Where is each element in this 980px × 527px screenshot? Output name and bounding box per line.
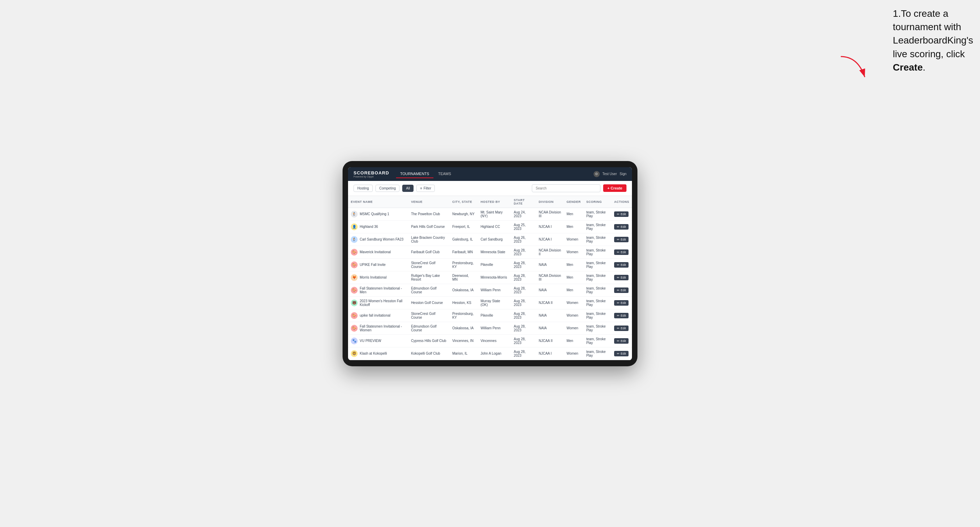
division-cell: NJCAA II (536, 335, 564, 347)
nav-tab-teams[interactable]: TEAMS (434, 170, 455, 178)
division-cell: NJCAA II (536, 297, 564, 309)
division-cell: NCAA Division II (536, 246, 564, 258)
hosted-by-cell: William Penn (478, 284, 511, 297)
team-icon: 🐾 (351, 338, 358, 344)
event-name-cell: 🐎 Fall Statesmen Invitational - Women (348, 322, 408, 335)
scoring-cell: team, Stroke Play (584, 233, 611, 246)
division-cell: NJCAA I (536, 233, 564, 246)
edit-button-10[interactable]: ✏ Edit (614, 338, 629, 344)
actions-cell: ✏ Edit (611, 220, 632, 233)
start-date-cell: Aug 28, 2023 (511, 271, 536, 284)
start-date-cell: Aug 28, 2023 (511, 322, 536, 335)
actions-cell: ✏ Edit (611, 271, 632, 284)
gender-cell: Women (564, 246, 584, 258)
edit-icon: ✏ (617, 289, 620, 292)
edit-icon: ✏ (617, 327, 620, 330)
scoring-cell: team, Stroke Play (584, 258, 611, 271)
edit-button-11[interactable]: ✏ Edit (614, 351, 629, 356)
start-date-cell: Aug 25, 2023 (511, 220, 536, 233)
competing-filter-button[interactable]: Competing (375, 185, 399, 192)
team-icon: 🏌 (351, 211, 358, 217)
filter-bar: Hosting Competing All ≡ Filter + Create (348, 181, 632, 196)
event-name-cell: 🦁 Klash at Kokopelli (348, 347, 408, 360)
venue-cell: Hesston Golf Course (408, 297, 450, 309)
sign-button[interactable]: Sign (620, 172, 627, 176)
team-icon: 🦊 (351, 274, 358, 281)
city-cell: Prestonsburg, KY (450, 258, 478, 271)
edit-icon: ✏ (617, 276, 620, 279)
division-cell: NAIA (536, 322, 564, 335)
event-name-cell: 🐎 Maverick Invitational (348, 246, 408, 258)
scoreboard-logo: SCOREBOARD Powered by Clippit (353, 170, 389, 178)
hosting-filter-button[interactable]: Hosting (353, 185, 373, 192)
city-cell: Deerwood, MN (450, 271, 478, 284)
gender-cell: Men (564, 335, 584, 347)
event-name-cell: 🐎 UPIKE Fall Invite (348, 258, 408, 271)
edit-button-1[interactable]: ✏ Edit (614, 224, 629, 230)
edit-button-4[interactable]: ✏ Edit (614, 262, 629, 268)
tablet-screen: SCOREBOARD Powered by Clippit TOURNAMENT… (348, 167, 632, 360)
scoring-cell: team, Stroke Play (584, 309, 611, 322)
edit-button-6[interactable]: ✏ Edit (614, 287, 629, 293)
actions-cell: ✏ Edit (611, 284, 632, 297)
event-name: Fall Statesmen Invitational - Men (360, 286, 406, 294)
tablet-device: SCOREBOARD Powered by Clippit TOURNAMENT… (342, 161, 638, 366)
table-row: 🐎 UPIKE Fall Invite StoneCrest Golf Cour… (348, 258, 632, 271)
event-name: VU PREVIEW (360, 339, 381, 343)
col-header-city: CITY, STATE (450, 196, 478, 208)
city-cell: Galesburg, IL (450, 233, 478, 246)
start-date-cell: Aug 28, 2023 (511, 258, 536, 271)
edit-icon: ✏ (617, 301, 620, 305)
division-cell: NAIA (536, 284, 564, 297)
edit-button-5[interactable]: ✏ Edit (614, 275, 629, 280)
actions-cell: ✏ Edit (611, 258, 632, 271)
edit-button-9[interactable]: ✏ Edit (614, 325, 629, 331)
event-name-cell: 🐻 2023 Women's Hesston Fall Kickoff (348, 297, 408, 309)
filter-options-button[interactable]: ≡ Filter (416, 185, 435, 192)
table-row: 🐻 2023 Women's Hesston Fall Kickoff Hess… (348, 297, 632, 309)
create-button[interactable]: + Create (603, 184, 627, 192)
edit-button-3[interactable]: ✏ Edit (614, 249, 629, 255)
gender-cell: Men (564, 220, 584, 233)
actions-cell: ✏ Edit (611, 309, 632, 322)
city-cell: Hesston, KS (450, 297, 478, 309)
event-name: Klash at Kokopelli (360, 352, 387, 356)
col-header-event: EVENT NAME (348, 196, 408, 208)
nav-tab-tournaments[interactable]: TOURNAMENTS (396, 170, 433, 178)
venue-cell: Kokopelli Golf Club (408, 347, 450, 360)
hosted-by-cell: Minnesota State (478, 246, 511, 258)
all-filter-button[interactable]: All (402, 185, 414, 192)
city-cell: Newburgh, NY (450, 208, 478, 220)
event-name-cell: 🐎 Fall Statesmen Invitational - Men (348, 284, 408, 297)
event-name: Morris Invitational (360, 276, 387, 279)
division-cell: NAIA (536, 309, 564, 322)
start-date-cell: Aug 28, 2023 (511, 297, 536, 309)
search-input[interactable] (532, 184, 600, 192)
table-row: 🐎 Fall Statesmen Invitational - Men Edmu… (348, 284, 632, 297)
edit-icon: ✏ (617, 251, 620, 254)
edit-button-7[interactable]: ✏ Edit (614, 300, 629, 306)
start-date-cell: Aug 28, 2023 (511, 347, 536, 360)
edit-button-0[interactable]: ✏ Edit (614, 211, 629, 217)
city-cell: Freeport, IL (450, 220, 478, 233)
table-row: 🐎 Maverick Invitational Faribault Golf C… (348, 246, 632, 258)
top-nav-bar: SCOREBOARD Powered by Clippit TOURNAMENT… (348, 167, 632, 181)
tournaments-table: EVENT NAME VENUE CITY, STATE HOSTED BY S… (348, 196, 632, 360)
event-name: 2023 Women's Hesston Fall Kickoff (360, 299, 406, 307)
team-icon: 🐎 (351, 262, 358, 268)
scoring-cell: team, Stroke Play (584, 208, 611, 220)
edit-button-2[interactable]: ✏ Edit (614, 237, 629, 242)
edit-icon: ✏ (617, 225, 620, 229)
hosted-by-cell: Vincennes (478, 335, 511, 347)
team-icon: 🐎 (351, 249, 358, 256)
venue-cell: Faribault Golf Club (408, 246, 450, 258)
scoring-cell: team, Stroke Play (584, 271, 611, 284)
event-name-cell: 🏌 MSMC Qualifying 1 (348, 208, 408, 220)
venue-cell: Park Hills Golf Course (408, 220, 450, 233)
arrow-icon (837, 53, 872, 84)
logo-title: SCOREBOARD (353, 170, 389, 175)
scoring-cell: team, Stroke Play (584, 347, 611, 360)
edit-button-8[interactable]: ✏ Edit (614, 313, 629, 318)
settings-icon[interactable]: ⚙ (593, 171, 600, 177)
hosted-by-cell: Minnesota-Morris (478, 271, 511, 284)
